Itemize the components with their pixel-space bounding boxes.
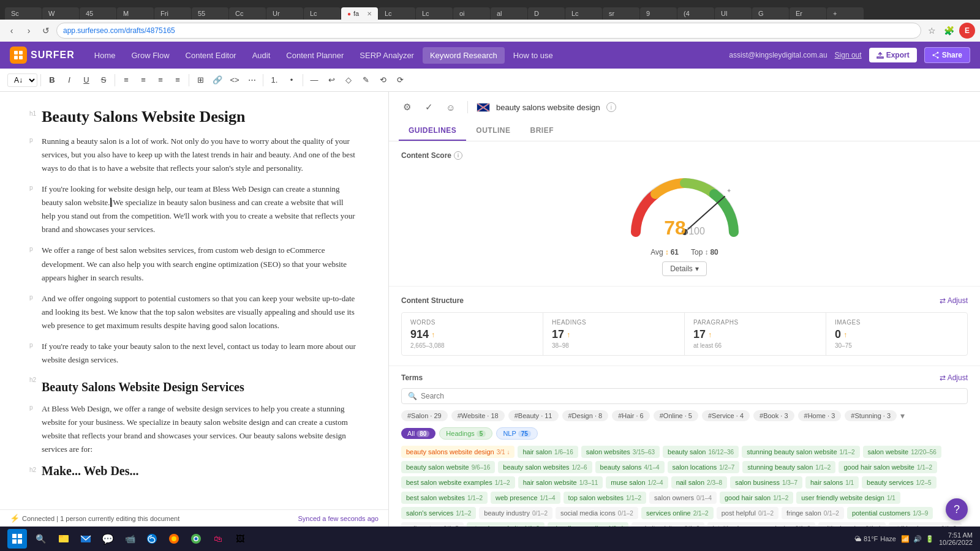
document-h1[interactable]: Beauty Salons Website Design <box>42 107 246 127</box>
share-button[interactable]: Share <box>924 47 970 63</box>
browser-tab-55[interactable]: 55 <box>192 7 228 20</box>
term-muse-salon[interactable]: muse salon 1/2–4 <box>606 476 668 489</box>
term-top-salon-websites[interactable]: top salon websites 1/1–2 <box>564 492 647 504</box>
term-hair-salon-website[interactable]: hair salon website 1/3–11 <box>518 476 603 489</box>
undo2-button[interactable]: ⟲ <box>375 72 391 88</box>
browser-tab-lc2[interactable]: Lc <box>379 7 415 20</box>
hashtag-home[interactable]: #Home · 3 <box>798 410 842 421</box>
term-stunning-beauty-salon-website[interactable]: stunning beauty salon website 1/1–2 <box>742 446 859 458</box>
document-h2-next[interactable]: Make... Web Des... <box>42 464 139 478</box>
profile-button[interactable]: E <box>959 23 975 39</box>
document-h2[interactable]: Beauty Salons Website Design Services <box>42 379 244 395</box>
underline-button[interactable]: U <box>78 72 94 88</box>
taskbar-app-store[interactable]: 🛍 <box>208 529 228 549</box>
term-best-salon-websites[interactable]: best salon websites 1/1–2 <box>401 492 488 504</box>
term-beauty-industry[interactable]: beauty industry 0/1–2 <box>479 507 552 519</box>
paragraph-6[interactable]: At Bless Web Design, we offer a range of… <box>42 402 359 456</box>
browser-tab-9[interactable]: 9 <box>640 7 677 20</box>
browser-tab-sc[interactable]: Sc <box>5 7 42 20</box>
term-beauty-salons-design[interactable]: beauty salons website design 3/1 ↓ <box>401 446 514 458</box>
align-left-button[interactable]: ≡ <box>118 72 134 88</box>
term-salon-websites[interactable]: salon websites 3/15–63 <box>581 446 660 458</box>
filter-all[interactable]: All 80 <box>401 428 435 439</box>
help-bubble[interactable]: ? <box>946 498 968 520</box>
smiley-icon[interactable]: ☺ <box>443 99 459 115</box>
term-good-hair-salon-website[interactable]: good hair salon website 1/1–2 <box>839 461 937 473</box>
terms-adjust-button[interactable]: ⇄ Adjust <box>940 373 968 382</box>
term-intuitive-home-page[interactable]: intuitive home page design 0/1–2 <box>707 522 815 527</box>
nav-keyword-research[interactable]: Keyword Research <box>423 47 505 64</box>
taskbar-search-button[interactable]: 🔍 <box>32 530 49 547</box>
term-good-hair-salon[interactable]: good hair salon 1/1–2 <box>720 492 793 504</box>
browser-tab-lc[interactable]: Lc <box>304 7 341 20</box>
term-salon-owners[interactable]: salon owners 0/1–4 <box>649 492 717 504</box>
term-stunning-beauty-salon[interactable]: stunning beauty salon 1/1–2 <box>742 461 835 473</box>
browser-tab-m[interactable]: M <box>117 7 154 20</box>
hashtag-expand-icon[interactable]: ▾ <box>900 410 905 421</box>
tab-outline[interactable]: OUTLINE <box>466 121 520 141</box>
hashtag-hair[interactable]: #Hair · 6 <box>612 410 650 421</box>
filter-nlp[interactable]: NLP 75 <box>496 427 538 440</box>
start-button[interactable] <box>7 529 27 549</box>
address-bar[interactable]: app.surferseo.com/drafts/4875165 <box>56 23 921 39</box>
hashtag-beauty[interactable]: #Beauty · 11 <box>508 410 559 421</box>
term-user-friendly-website-design[interactable]: user friendly website design 1/1 <box>796 492 900 504</box>
browser-tab-4[interactable]: (4 <box>677 7 714 20</box>
align-center-button[interactable]: ≡ <box>135 72 151 88</box>
paragraph-3[interactable]: We offer a range of best salon websites … <box>42 244 359 284</box>
browser-tab-lc4[interactable]: Lc <box>565 7 602 20</box>
term-salon-website[interactable]: salon website 12/20–56 <box>863 446 941 458</box>
term-social-media-icons[interactable]: social media icons 0/1–2 <box>556 507 638 519</box>
heading-select[interactable]: A↓ <box>7 73 37 87</box>
tab-brief[interactable]: BRIEF <box>521 121 564 141</box>
forward-button[interactable]: › <box>22 24 36 37</box>
bold-button[interactable]: B <box>44 72 60 88</box>
term-fringe-salon[interactable]: fringe salon 0/1–2 <box>782 507 844 519</box>
editor-panel[interactable]: h1 Beauty Salons Website Design p Runnin… <box>0 92 389 509</box>
nav-home[interactable]: Home <box>87 47 123 64</box>
tab-close-icon[interactable]: ✕ <box>367 10 372 17</box>
term-hair-salons[interactable]: hair salons 1/1 <box>805 476 859 489</box>
refresh-button[interactable]: ↺ <box>39 24 53 37</box>
link-button[interactable]: 🔗 <box>209 72 225 88</box>
term-hair-salon[interactable]: hair salon 1/6–16 <box>518 446 578 458</box>
term-online-store[interactable]: online store 0/1–5 <box>401 522 464 527</box>
browser-tab-fri[interactable]: Fri <box>154 7 191 20</box>
term-striking-images[interactable]: striking images 0/1–2 <box>889 522 961 527</box>
nav-audit[interactable]: Audit <box>245 47 278 64</box>
term-nail-salon[interactable]: nail salon 2/3–8 <box>671 476 728 489</box>
format-clear-button[interactable]: ◇ <box>341 72 356 88</box>
hashtag-salon[interactable]: #Salon · 29 <box>401 410 448 421</box>
browser-tab-new[interactable]: + <box>827 7 864 20</box>
taskbar-app-explorer[interactable] <box>54 529 74 549</box>
browser-tab-d[interactable]: D <box>528 7 565 20</box>
term-salon-business[interactable]: salon business 1/3–7 <box>730 476 802 489</box>
strikethrough-button[interactable]: S <box>96 72 111 88</box>
extensions-button[interactable]: 🧩 <box>942 24 956 37</box>
hashtag-service[interactable]: #Service · 4 <box>702 410 750 421</box>
term-best-salon-website-examples[interactable]: best salon website examples 1/1–2 <box>401 476 515 489</box>
undo-button[interactable]: ↩ <box>323 72 339 88</box>
hashtag-stunning[interactable]: #Stunning · 3 <box>845 410 897 421</box>
browser-tab-lc3[interactable]: Lc <box>416 7 453 20</box>
nav-content-planner[interactable]: Content Planner <box>279 47 351 64</box>
tab-guidelines[interactable]: GUIDELINES <box>399 121 466 141</box>
hashtag-online[interactable]: #Online · 5 <box>654 410 698 421</box>
align-right-button[interactable]: ≡ <box>153 72 168 88</box>
taskbar-app-chat[interactable]: 💬 <box>98 529 118 549</box>
ordered-list-button[interactable]: 1. <box>266 72 282 88</box>
align-justify-button[interactable]: ≡ <box>170 72 186 88</box>
browser-tab-er[interactable]: Er <box>790 7 826 20</box>
taskbar-app-edge[interactable] <box>142 529 162 549</box>
term-beauty-services[interactable]: beauty services 1/2–5 <box>862 476 936 489</box>
browser-tab-w[interactable]: W <box>42 7 79 20</box>
structure-adjust-button[interactable]: ⇄ Adjust <box>940 296 968 305</box>
nav-serp-analyzer[interactable]: SERP Analyzer <box>352 47 421 64</box>
more-button[interactable]: ⋯ <box>244 72 260 88</box>
term-beauty-salons[interactable]: beauty salons 4/1–4 <box>595 461 665 473</box>
paragraph-1[interactable]: Running a beauty salon is a lot of work.… <box>42 135 359 175</box>
term-salon-locations[interactable]: salon locations 1/2–7 <box>668 461 740 473</box>
details-button[interactable]: Details ▾ <box>662 261 707 276</box>
browser-tab-45[interactable]: 45 <box>80 7 116 20</box>
term-visually-appealing[interactable]: visually appealing 1/2–4 <box>548 522 628 527</box>
